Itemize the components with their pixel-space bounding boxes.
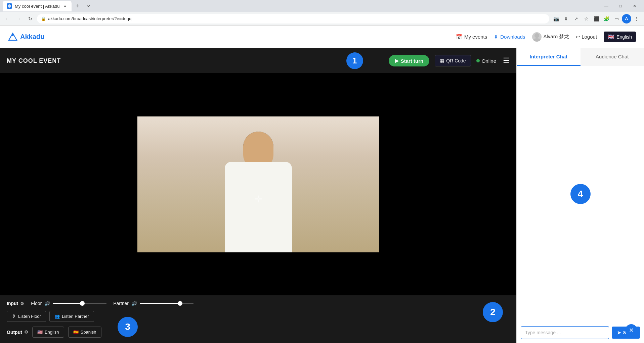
partner-slider-thumb[interactable] <box>178 301 182 306</box>
language-button[interactable]: 🇬🇧 English <box>604 32 636 42</box>
qr-code-button[interactable]: ▦ QR Code <box>435 55 471 66</box>
svg-point-0 <box>8 4 11 8</box>
input-row: Input ⚙ Floor 🔊 Partner <box>7 301 510 306</box>
share-icon[interactable]: ↗ <box>571 14 581 23</box>
url-text: akkadu.com/broadcast/interpreter/?e=deqq <box>48 16 131 21</box>
close-icon: ✕ <box>629 327 634 334</box>
floor-slider-fill <box>53 303 82 304</box>
listen-buttons: 🎙 Listen Floor 👥 Listen Partner <box>7 311 510 322</box>
event-title: MY COOL EVENT <box>7 57 341 64</box>
svg-point-4 <box>533 38 541 42</box>
listen-partner-button[interactable]: 👥 Listen Partner <box>49 311 94 322</box>
message-input[interactable] <box>521 326 609 339</box>
english-output-button[interactable]: 🇺🇸 English <box>32 327 64 338</box>
listen-partner-label: Listen Partner <box>62 314 89 319</box>
input-gear-icon[interactable]: ⚙ <box>20 301 24 306</box>
floor-control: Floor 🔊 <box>31 301 106 306</box>
spanish-output-button[interactable]: 🇪🇸 Spanish <box>68 327 101 338</box>
star-icon[interactable]: ☆ <box>582 14 591 23</box>
chat-close-button[interactable]: ✕ <box>625 324 637 336</box>
logout-icon: ↩ <box>576 34 580 40</box>
tab-favicon <box>7 3 12 9</box>
partner-slider-fill <box>140 303 180 304</box>
lock-icon: 🔒 <box>41 16 46 21</box>
logout-button[interactable]: ↩ Logout <box>576 34 597 40</box>
more-menu-icon[interactable]: ⋮ <box>632 14 641 23</box>
listen-floor-button[interactable]: 🎙 Listen Floor <box>7 311 46 322</box>
new-tab-button[interactable]: + <box>73 1 82 11</box>
extensions-icon[interactable]: 🧩 <box>602 14 611 23</box>
partner-slider[interactable] <box>140 303 194 304</box>
listen-floor-icon: 🎙 <box>12 314 16 319</box>
spanish-flag: 🇪🇸 <box>73 330 79 335</box>
video-panel: MY COOL EVENT 1 ▶ Start turn ▦ QR Code O… <box>0 48 516 343</box>
event-header: MY COOL EVENT 1 ▶ Start turn ▦ QR Code O… <box>0 48 516 73</box>
floor-slider-thumb[interactable] <box>80 301 85 306</box>
toolbar-icons: 📷 ⬇ ↗ ☆ ⬛ 🧩 ▭ A ⋮ <box>551 14 641 23</box>
partner-volume-icon: 🔊 <box>131 301 137 306</box>
tab-close-button[interactable]: ● <box>62 3 68 9</box>
crosshair-icon: ✛ <box>254 194 262 205</box>
back-button[interactable]: ← <box>3 14 12 23</box>
forward-button[interactable]: → <box>14 14 24 23</box>
output-gear-icon[interactable]: ⚙ <box>24 330 28 335</box>
language-label: English <box>616 34 632 40</box>
calendar-icon: 📅 <box>456 34 462 40</box>
address-bar[interactable]: 🔒 akkadu.com/broadcast/interpreter/?e=de… <box>37 14 549 23</box>
online-indicator: Online <box>476 58 496 64</box>
maximize-button[interactable]: □ <box>614 1 627 11</box>
input-label: Input ⚙ <box>7 301 24 306</box>
spanish-label: Spanish <box>81 330 96 335</box>
profile-button[interactable]: A <box>622 14 631 23</box>
floor-slider[interactable] <box>53 303 106 304</box>
user-menu[interactable]: Alvaro 梦龙 <box>532 32 569 42</box>
tab-bar: My cool event | Akkadu ● + — □ ✕ <box>0 0 644 12</box>
top-navigation: Akkadu 📅 My events ⬇ Downloads Alvaro 梦龙 <box>0 26 644 48</box>
qr-code-label: QR Code <box>446 58 466 63</box>
download-toolbar-icon[interactable]: ⬇ <box>561 14 571 23</box>
main-content: MY COOL EVENT 1 ▶ Start turn ▦ QR Code O… <box>0 48 644 343</box>
translate-icon[interactable]: ⬛ <box>592 14 601 23</box>
output-row: Output ⚙ 🇺🇸 English 🇪🇸 Spanish <box>7 327 510 338</box>
partner-label: Partner <box>113 301 129 306</box>
audience-chat-tab[interactable]: Audience Chat <box>581 48 644 66</box>
user-name: Alvaro 梦龙 <box>544 34 569 40</box>
logo-text: Akkadu <box>20 33 44 41</box>
video-person <box>201 132 315 252</box>
chat-input-area: ➤ Send <box>517 322 644 343</box>
my-events-link[interactable]: 📅 My events <box>456 34 487 40</box>
my-events-label: My events <box>464 34 487 40</box>
logo-icon <box>8 32 17 42</box>
reload-button[interactable]: ↻ <box>26 14 35 23</box>
active-tab[interactable]: My cool event | Akkadu ● <box>3 1 72 11</box>
minimize-button[interactable]: — <box>600 1 613 11</box>
app-container: Akkadu 📅 My events ⬇ Downloads Alvaro 梦龙 <box>0 26 644 343</box>
start-turn-button[interactable]: ▶ Start turn <box>389 55 430 66</box>
chat-body: 4 <box>517 66 644 322</box>
badge-3: 3 <box>118 317 138 337</box>
close-button[interactable]: ✕ <box>628 1 641 11</box>
floor-label: Floor <box>31 301 42 306</box>
play-icon: ▶ <box>395 58 399 64</box>
output-label: Output ⚙ <box>7 330 28 335</box>
cast-icon[interactable]: 📷 <box>551 14 561 23</box>
logout-label: Logout <box>582 34 597 40</box>
downloads-link[interactable]: ⬇ Downloads <box>494 34 525 40</box>
online-label: Online <box>482 58 496 64</box>
browser-chrome: My cool event | Akkadu ● + — □ ✕ ← → ↻ 🔒… <box>0 0 644 26</box>
interpreter-chat-tab[interactable]: Interpreter Chat <box>517 48 581 66</box>
video-container: ✛ <box>0 73 516 295</box>
logo[interactable]: Akkadu <box>8 32 44 42</box>
download-icon: ⬇ <box>494 34 498 40</box>
send-icon: ➤ <box>617 330 621 335</box>
floor-volume-icon: 🔊 <box>44 301 50 306</box>
listen-partner-icon: 👥 <box>54 314 60 319</box>
downloads-label: Downloads <box>500 34 525 40</box>
browser-toolbar: ← → ↻ 🔒 akkadu.com/broadcast/interpreter… <box>0 12 644 26</box>
tab-overflow-button[interactable] <box>84 1 93 11</box>
hamburger-menu-button[interactable]: ☰ <box>503 56 510 65</box>
bookmark-icon[interactable]: ▭ <box>612 14 621 23</box>
badge-4: 4 <box>570 184 591 204</box>
listen-floor-label: Listen Floor <box>18 314 41 319</box>
language-flag: 🇬🇧 <box>608 34 614 40</box>
